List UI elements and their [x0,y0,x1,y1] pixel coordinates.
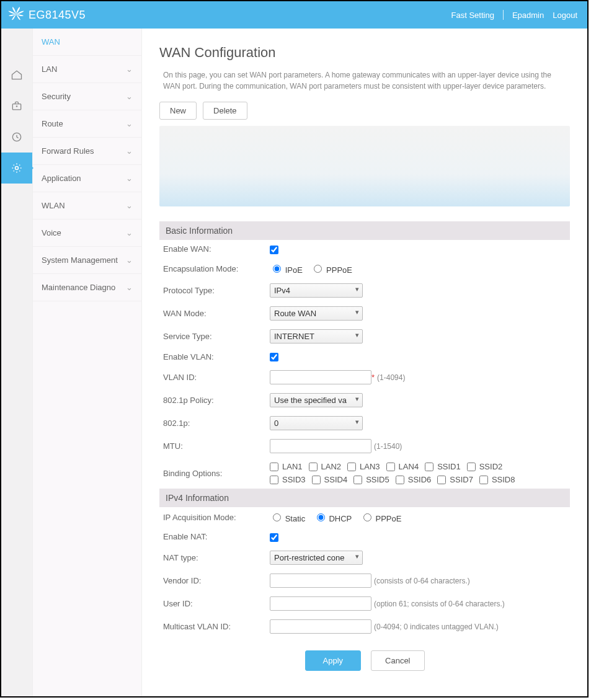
required-marker: * [371,373,375,382]
encap-ipoe-option[interactable]: IPoE [270,265,303,275]
new-button[interactable]: New [159,102,197,120]
nat-type-label: NAT type: [159,546,266,569]
ipmode-static-option[interactable]: Static [270,514,305,523]
binding-lan1[interactable]: LAN1 [270,462,303,471]
apply-button[interactable]: Apply [305,650,362,671]
service-type-select[interactable]: INTERNET [270,329,363,343]
sidebar-item-label: LAN [42,64,57,74]
wan-mode-select[interactable]: Route WAN [270,306,363,321]
chevron-down-icon: ⌄ [126,92,133,101]
connection-list-placeholder [159,126,570,206]
sidebar-item-maintenance-diagno[interactable]: Maintenance Diagno⌄ [33,274,141,301]
chevron-down-icon: ⌄ [126,174,133,183]
service-type-label: Service Type: [159,325,266,348]
8021p-policy-select[interactable]: Use the specified va [270,393,363,407]
action-buttons: New Delete [159,102,570,120]
binding-ssid6[interactable]: SSID6 [396,475,432,484]
ip-acq-mode-label: IP Acquisition Mode: [159,507,266,528]
product-name: EG8145V5 [29,9,86,22]
sidebar-item-wlan[interactable]: WLAN⌄ [33,192,141,219]
home-icon[interactable] [1,60,32,91]
gear-icon[interactable] [1,153,32,184]
enable-wan-checkbox[interactable] [270,246,278,254]
binding-options-label: Binding Options: [159,458,266,489]
sidebar-item-label: Route [42,119,63,128]
sidebar-item-label: WLAN [42,201,65,210]
clock-icon[interactable] [1,122,32,153]
binding-ssid4[interactable]: SSID4 [312,475,348,484]
svg-point-2 [16,167,19,170]
ipmode-dhcp-radio[interactable] [317,513,325,521]
binding-options-group: LAN1 LAN2 LAN3 LAN4 SSID1 SSID2 SSID3 SS… [270,462,530,484]
logout-link[interactable]: Logout [553,11,577,20]
binding-ssid1[interactable]: SSID1 [425,462,461,471]
sidebar-item-security[interactable]: Security⌄ [33,83,141,110]
enable-vlan-checkbox[interactable] [270,353,278,361]
sidebar-item-label: Forward Rules [42,146,94,156]
ipv4-form: IP Acquisition Mode: Static DHCP PPPoE E… [159,507,570,638]
encap-mode-label: Encapsulation Mode: [159,259,266,279]
binding-lan3[interactable]: LAN3 [347,462,380,471]
chevron-down-icon: ⌄ [126,146,133,156]
ipmode-dhcp-option[interactable]: DHCP [314,514,352,523]
ipmode-pppoe-radio[interactable] [363,513,371,521]
8021p-policy-label: 802.1p Policy: [159,389,266,412]
sidebar-item-label: WAN [42,37,60,47]
multicast-vlan-input[interactable] [270,619,371,634]
vlan-id-input[interactable] [270,370,371,384]
sidebar-item-application[interactable]: Application⌄ [33,165,141,192]
ipmode-pppoe-option[interactable]: PPPoE [360,514,402,523]
chevron-down-icon: ⌄ [126,283,133,292]
binding-ssid7[interactable]: SSID7 [437,475,473,484]
page-intro: On this page, you can set WAN port param… [163,69,570,92]
nat-type-select[interactable]: Port-restricted cone [270,551,363,565]
sidebar-item-label: Application [42,174,81,183]
icon-column [1,29,33,696]
multicast-vlan-label: Multicast VLAN ID: [159,615,266,638]
fast-setting-link[interactable]: Fast Setting [451,11,494,20]
user-link[interactable]: Epadmin [512,11,544,20]
toolbox-icon[interactable] [1,91,32,122]
multicast-vlan-hint: (0-4094; 0 indicates untagged VLAN.) [374,622,499,631]
main-content: WAN Configuration On this page, you can … [142,29,587,696]
delete-button[interactable]: Delete [203,102,247,120]
sidebar-item-lan[interactable]: LAN⌄ [33,56,141,83]
chevron-down-icon: ⌄ [126,201,133,210]
mtu-input[interactable] [270,439,371,453]
encap-pppoe-option[interactable]: PPPoE [311,265,352,275]
vlan-id-label: VLAN ID: [159,366,266,389]
sidebar-item-route[interactable]: Route⌄ [33,110,141,138]
binding-lan4[interactable]: LAN4 [386,462,419,471]
sidebar-item-voice[interactable]: Voice⌄ [33,219,141,247]
side-nav: WAN LAN⌄ Security⌄ Route⌄ Forward Rules⌄… [33,29,142,696]
encap-ipoe-radio[interactable] [273,265,281,273]
brand-logo: EG8145V5 [7,6,86,25]
binding-ssid2[interactable]: SSID2 [467,462,503,471]
binding-ssid3[interactable]: SSID3 [270,475,306,484]
8021p-select[interactable]: 0 [270,416,363,430]
sidebar-item-forward-rules[interactable]: Forward Rules⌄ [33,138,141,165]
binding-lan2[interactable]: LAN2 [309,462,342,471]
sidebar-item-system-management[interactable]: System Management⌄ [33,247,141,274]
vendor-id-hint: (consists of 0-64 characters.) [374,577,470,585]
cancel-button[interactable]: Cancel [371,650,424,671]
chevron-down-icon: ⌄ [126,228,133,237]
encap-pppoe-radio[interactable] [314,265,322,273]
sidebar-item-wan[interactable]: WAN [33,29,141,56]
divider [503,10,504,20]
8021p-label: 802.1p: [159,412,266,435]
user-id-input[interactable] [270,596,371,611]
protocol-type-select[interactable]: IPv4 [270,283,363,298]
sidebar-item-label: System Management [42,255,118,265]
vendor-id-input[interactable] [270,574,371,588]
sidebar-item-label: Voice [42,228,61,237]
binding-ssid5[interactable]: SSID5 [353,475,389,484]
ipmode-static-radio[interactable] [273,513,281,521]
user-id-hint: (option 61; consists of 0-64 characters.… [374,600,505,608]
huawei-icon [7,6,25,25]
chevron-down-icon: ⌄ [126,64,133,74]
binding-ssid8[interactable]: SSID8 [479,475,515,484]
protocol-type-label: Protocol Type: [159,279,266,302]
enable-nat-label: Enable NAT: [159,528,266,546]
enable-nat-checkbox[interactable] [270,533,278,542]
